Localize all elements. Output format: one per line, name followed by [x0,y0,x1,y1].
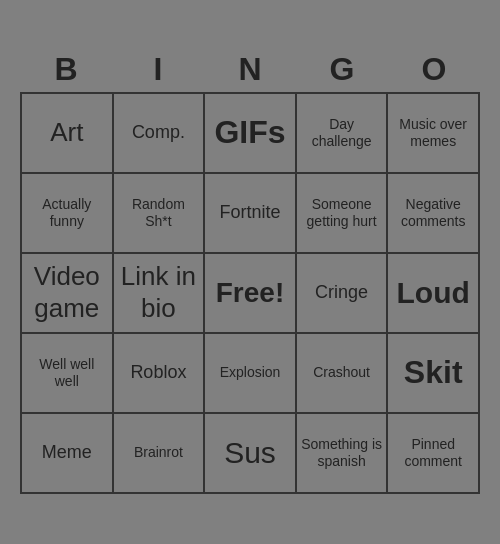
bingo-header: B I N G O [20,51,480,88]
cell-r5c2[interactable]: Brainrot [114,414,206,494]
header-n: N [206,51,294,88]
cell-r5c4[interactable]: Something is spanish [297,414,389,494]
cell-r2c3[interactable]: Fortnite [205,174,297,254]
cell-r3c1[interactable]: Video game [22,254,114,334]
cell-r3c5[interactable]: Loud [388,254,480,334]
cell-r4c5[interactable]: Skit [388,334,480,414]
cell-r5c5[interactable]: Pinned comment [388,414,480,494]
cell-r5c3[interactable]: Sus [205,414,297,494]
header-b: B [22,51,110,88]
cell-r2c5[interactable]: Negative comments [388,174,480,254]
cell-r2c2[interactable]: Random Sh*t [114,174,206,254]
cell-r4c2[interactable]: Roblox [114,334,206,414]
cell-r1c4[interactable]: Day challenge [297,94,389,174]
cell-r1c5[interactable]: Music over memes [388,94,480,174]
bingo-container: B I N G O Art Comp. GIFs Day challenge M… [10,41,490,504]
cell-r1c2[interactable]: Comp. [114,94,206,174]
header-g: G [298,51,386,88]
cell-r5c1[interactable]: Meme [22,414,114,494]
cell-r3c4[interactable]: Cringe [297,254,389,334]
cell-r2c1[interactable]: Actually funny [22,174,114,254]
cell-r3c2[interactable]: Link in bio [114,254,206,334]
bingo-grid: Art Comp. GIFs Day challenge Music over … [20,92,480,494]
cell-r2c4[interactable]: Someone getting hurt [297,174,389,254]
header-o: O [390,51,478,88]
cell-r4c1[interactable]: Well well well [22,334,114,414]
cell-r4c3[interactable]: Explosion [205,334,297,414]
cell-r4c4[interactable]: Crashout [297,334,389,414]
cell-r1c1[interactable]: Art [22,94,114,174]
cell-r3c3[interactable]: Free! [205,254,297,334]
cell-r1c3[interactable]: GIFs [205,94,297,174]
header-i: I [114,51,202,88]
